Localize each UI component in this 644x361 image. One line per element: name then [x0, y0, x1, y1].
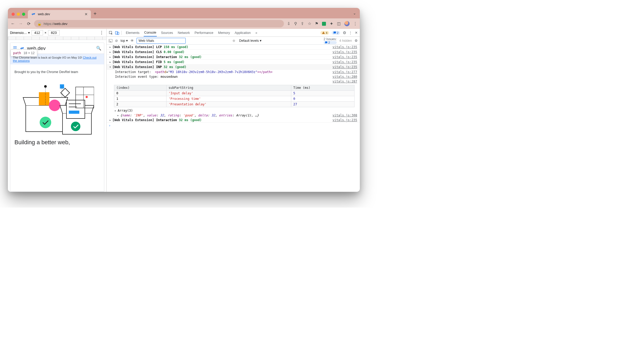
log-prefix: [Web Vitals Extension] — [112, 60, 154, 64]
tabs-overflow[interactable]: » — [255, 29, 258, 36]
tabs-dropdown-icon[interactable]: ⌄ — [353, 11, 356, 15]
expand-icon[interactable]: ▸ — [109, 55, 112, 59]
device-more-icon[interactable]: ⋮ — [100, 30, 104, 35]
tab-elements[interactable]: Elements — [125, 29, 140, 36]
log-rating: (good) — [173, 50, 184, 54]
expand-icon[interactable]: ▸ — [109, 45, 112, 49]
tab-close-icon[interactable]: ✕ — [85, 12, 88, 16]
target-attr-value: "M3 18h18v-2H3v2zm0-5h18v-2H3v2zm0-7v2h1… — [168, 70, 257, 74]
log-location[interactable]: vitals.js:287 — [327, 80, 357, 83]
table-row: 0'Input delay'5 — [114, 91, 355, 96]
console-row[interactable]: ▸ [Web Vitals Extension] Interaction 32 … — [107, 55, 360, 60]
log-location[interactable]: vitals.js:277 — [327, 70, 357, 74]
inspect-icon[interactable] — [109, 31, 113, 35]
console-filter-input[interactable] — [137, 38, 186, 44]
hero-headline: Building a better web, — [14, 139, 100, 146]
console-row[interactable]: ▸ [Web Vitals Extension] Interaction 32 … — [107, 118, 360, 123]
log-metric: FID — [156, 60, 162, 64]
maximize-window-icon[interactable] — [22, 13, 25, 16]
log-value: 32 ms — [179, 118, 188, 122]
settings-icon[interactable]: ⚙ — [343, 30, 346, 35]
interaction-target-label: Interaction target: — [115, 70, 151, 74]
target-tag-close: ></path> — [257, 70, 273, 74]
console-prompt[interactable]: › — [107, 123, 360, 128]
bookmark-icon[interactable]: ☆ — [308, 21, 311, 26]
height-input[interactable] — [48, 30, 60, 35]
table-row: 1'Processing time'0 — [114, 96, 355, 102]
log-metric: Interaction — [156, 118, 177, 122]
extensions-icon[interactable]: ✦ — [330, 21, 333, 27]
device-toggle-icon[interactable] — [115, 31, 119, 35]
download-icon[interactable]: ⇩ — [287, 21, 290, 26]
console-sidebar-toggle-icon[interactable]: ▸ — [109, 39, 112, 42]
warnings-badge[interactable]: 4 — [320, 31, 329, 35]
tab-console[interactable]: Console — [144, 29, 157, 37]
log-location[interactable]: vitals.js:235 — [327, 55, 357, 59]
address-bar: ← → ⟳ 🔒 https://web.dev ⇩ ⚲ ⇪ ☆ ⚑ ✦ ◫ ⋮ — [8, 18, 360, 29]
log-location[interactable]: vitals.js:235 — [327, 118, 357, 122]
collapse-icon[interactable]: ▾ — [109, 65, 112, 69]
minimize-window-icon[interactable] — [17, 13, 20, 16]
extension-webvitals-icon[interactable] — [322, 22, 326, 26]
width-input[interactable] — [32, 30, 43, 35]
console-row[interactable]: ▸ [Web Vitals Extension] CLS 0.00 (good)… — [107, 50, 360, 55]
console-row[interactable]: ▸ [Web Vitals Extension] FID 5 ms (good)… — [107, 60, 360, 65]
devtools-tabs: Elements Console Sources Network Perform… — [107, 29, 360, 37]
log-location[interactable]: vitals.js:235 — [327, 65, 357, 69]
expand-icon[interactable]: ▸ — [109, 50, 112, 54]
log-location[interactable]: vitals.js:280 — [327, 75, 357, 79]
log-metric: CLS — [156, 50, 162, 54]
zoom-icon[interactable]: ⚲ — [294, 21, 297, 26]
clear-filter-icon[interactable]: ⊗ — [232, 39, 235, 43]
dimensions-separator: × — [45, 31, 46, 35]
tab-application[interactable]: Application — [234, 29, 251, 36]
table-header[interactable]: subPartString — [166, 85, 291, 91]
close-window-icon[interactable] — [12, 13, 15, 16]
menu-icon[interactable]: ⋮ — [353, 21, 357, 26]
tab-network[interactable]: Network — [177, 29, 190, 36]
log-rating: (good) — [175, 65, 186, 69]
share-icon[interactable]: ⇪ — [301, 21, 304, 26]
messages-badge[interactable]: 2 — [332, 31, 340, 35]
browser-tab[interactable]: web.dev ✕ — [28, 10, 91, 18]
issues-link[interactable]: 2 Issues: 2 — [324, 37, 337, 44]
context-selector[interactable]: top ▾ — [121, 39, 128, 43]
table-header[interactable]: (index) — [114, 85, 167, 91]
console-row[interactable]: ▸ [Web Vitals Extension] LCP 158 ms (goo… — [107, 45, 360, 50]
log-levels-selector[interactable]: Default levels ▾ — [239, 39, 262, 43]
url-host: web.dev — [54, 22, 67, 26]
table-header[interactable]: Time (ms) — [291, 85, 354, 91]
log-location[interactable]: vitals.js:308 — [327, 114, 357, 117]
log-location[interactable]: vitals.js:235 — [327, 60, 357, 64]
reload-button[interactable]: ⟳ — [26, 21, 31, 26]
target-tag-open: <path — [155, 70, 164, 74]
expand-icon[interactable]: ▸ — [117, 114, 120, 117]
tab-memory[interactable]: Memory — [217, 29, 230, 36]
search-icon[interactable]: 🔍 — [96, 46, 101, 51]
browser-window: web.dev ✕ + ⌄ ← → ⟳ 🔒 https://web.dev ⇩ … — [8, 8, 360, 192]
expand-icon[interactable]: ▸ — [109, 60, 112, 64]
omnibox[interactable]: 🔒 https://web.dev — [34, 20, 284, 27]
devtools-menu-icon[interactable]: ⋮ — [349, 31, 352, 35]
device-select[interactable]: Dimensio… ▾ — [10, 31, 30, 35]
devtools-close-icon[interactable]: ✕ — [355, 31, 358, 35]
log-location[interactable]: vitals.js:235 — [327, 50, 357, 54]
tab-sources[interactable]: Sources — [160, 29, 174, 36]
console-settings-icon[interactable]: ⚙ — [355, 39, 358, 43]
live-expression-icon[interactable]: 👁 — [131, 39, 134, 43]
log-location[interactable]: vitals.js:235 — [327, 45, 357, 49]
profile-avatar-icon[interactable] — [344, 21, 350, 26]
expand-icon[interactable]: ▸ — [115, 109, 118, 112]
sidepanel-icon[interactable]: ◫ — [337, 21, 341, 26]
forward-button[interactable]: → — [18, 21, 23, 26]
new-tab-button[interactable]: + — [94, 11, 97, 18]
expand-icon[interactable]: ▸ — [109, 118, 112, 122]
console-subrow[interactable]: ▸ {name: 'INP', value: 32, rating: 'good… — [107, 113, 360, 118]
back-button[interactable]: ← — [11, 21, 15, 26]
clear-console-icon[interactable]: ⊘ — [115, 39, 118, 43]
flag-icon[interactable]: ⚑ — [315, 21, 318, 26]
console-subrow[interactable]: ▸Array(3) — [107, 108, 360, 113]
tab-performance[interactable]: Performance — [194, 29, 214, 36]
hidden-messages[interactable]: 4 hidden — [339, 39, 352, 43]
console-row[interactable]: ▾ [Web Vitals Extension] INP 32 ms (good… — [107, 65, 360, 70]
